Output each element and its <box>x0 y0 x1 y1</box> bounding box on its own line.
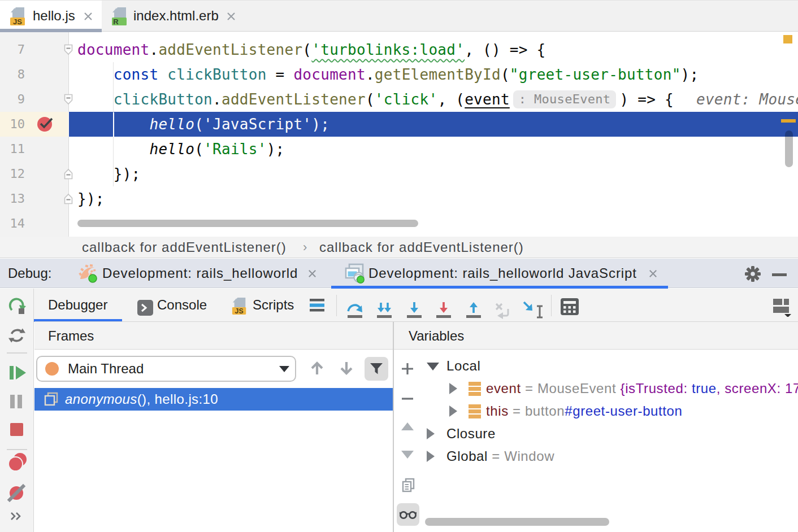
view-breakpoints-icon[interactable] <box>9 453 27 471</box>
run-to-cursor-icon[interactable] <box>522 300 545 321</box>
variables-tree-row[interactable]: this = button#greet-user-button <box>394 400 798 422</box>
svg-text:JS: JS <box>235 307 244 315</box>
frames-panel: Main Thread anonymous(), <box>34 350 393 532</box>
previous-frame-icon[interactable] <box>309 360 325 376</box>
hide-frames-filter-button[interactable] <box>365 357 388 381</box>
variable-label: Local <box>446 355 480 377</box>
code-line-7: document.addEventListener('turbolinks:lo… <box>77 37 546 62</box>
resume-icon[interactable] <box>10 366 27 380</box>
scripts-js-icon: JS <box>231 297 248 315</box>
stop-icon[interactable] <box>10 423 23 436</box>
step-out-icon[interactable] <box>463 300 484 321</box>
variables-tree-row[interactable]: Global = Window <box>394 445 798 468</box>
variables-tree-row[interactable]: event = MouseEvent {isTrusted: true, scr… <box>394 377 798 400</box>
layout-settings-icon[interactable] <box>773 299 792 317</box>
breadcrumb-item[interactable]: callback for addEventListener() <box>82 237 287 258</box>
breakpoint-icon[interactable] <box>37 116 54 132</box>
code-line-13: }); <box>77 186 105 211</box>
variables-horizontal-scrollbar[interactable] <box>425 518 609 526</box>
debugger-inline-value: event: MouseEvent <box>696 87 798 112</box>
js-debug-icon <box>345 263 365 284</box>
evaluate-expression-icon[interactable] <box>560 298 579 315</box>
fold-marker-up[interactable] <box>63 193 73 205</box>
frame-description: anonymous(), hello.js:10 <box>65 388 218 411</box>
svg-text:R: R <box>113 18 119 26</box>
next-frame-icon[interactable] <box>339 360 354 376</box>
js-file-icon: JS <box>9 7 27 26</box>
tree-collapsed-icon[interactable] <box>427 428 435 439</box>
variables-tree-row[interactable]: Local <box>394 355 798 377</box>
step-over-icon[interactable] <box>345 300 365 321</box>
code-editor[interactable]: 7891011121314 document.addEventListener(… <box>0 32 798 237</box>
variable-label: event = MouseEvent {isTrusted: true, scr… <box>486 377 798 400</box>
panel-headers: Frames Variables <box>34 322 798 350</box>
code-line-9: clickButton.addEventListener('click', (e… <box>77 87 674 112</box>
mute-breakpoints-icon[interactable] <box>7 483 27 503</box>
tree-collapsed-icon[interactable] <box>427 451 435 462</box>
tab-hello-js[interactable]: JS hello.js <box>0 1 102 32</box>
toolbar-separator <box>336 295 337 316</box>
code-line-10: hello('JavaScript'); <box>77 112 329 137</box>
variable-label: this = button#greet-user-button <box>486 400 682 422</box>
active-debug-tab-underline <box>331 286 668 289</box>
frames-header: Frames <box>48 322 94 350</box>
tab-scripts[interactable]: Scripts <box>253 289 294 322</box>
reset-frame-icon[interactable] <box>8 326 26 345</box>
inspection-status-marker[interactable] <box>783 35 792 43</box>
code-line-11: hello('Rails'); <box>77 137 285 162</box>
thread-selector-value: Main Thread <box>68 357 144 381</box>
variable-icon <box>469 403 481 419</box>
fold-marker-up[interactable] <box>63 168 73 180</box>
tree-collapsed-icon[interactable] <box>449 383 457 394</box>
chevron-down-icon <box>279 366 289 372</box>
editor-horizontal-scrollbar[interactable] <box>77 220 418 227</box>
debug-tab-javascript[interactable]: Development: rails_helloworld JavaScript <box>368 259 637 288</box>
tab-label: hello.js <box>33 1 75 31</box>
tab-console[interactable]: Console <box>157 289 207 322</box>
close-icon[interactable] <box>307 268 318 279</box>
view-options-icon[interactable] <box>310 299 324 312</box>
tree-expanded-icon[interactable] <box>427 363 439 370</box>
breadcrumb-item[interactable]: callback for addEventListener() <box>319 237 524 258</box>
code-line-12: }); <box>77 162 141 186</box>
pause-icon[interactable] <box>10 395 23 408</box>
variables-panel: Localevent = MouseEvent {isTrusted: true… <box>394 350 798 532</box>
line-number: 12 <box>0 162 25 186</box>
thread-selector[interactable]: Main Thread <box>36 356 296 382</box>
tab-label: index.html.erb <box>133 1 219 31</box>
debug-left-toolbar <box>0 289 34 532</box>
step-into-icon[interactable] <box>404 300 424 321</box>
editor-vertical-scrollbar[interactable] <box>785 130 793 167</box>
tree-collapsed-icon[interactable] <box>449 405 457 417</box>
drop-frame-icon[interactable] <box>492 300 513 321</box>
gutter-border <box>68 137 69 237</box>
variable-label: Global = Window <box>446 445 554 468</box>
tab-index-html-erb[interactable]: R index.html.erb <box>102 1 249 32</box>
variable-icon <box>469 381 481 396</box>
breadcrumb: callback for addEventListener() › callba… <box>0 237 798 258</box>
gear-icon[interactable] <box>745 266 761 282</box>
tab-debugger[interactable]: Debugger <box>48 289 107 322</box>
minimize-icon[interactable] <box>772 273 787 277</box>
show-watches-icon[interactable] <box>397 503 419 526</box>
close-icon[interactable] <box>83 11 94 22</box>
breakpoint-stripe-marker[interactable] <box>781 119 796 123</box>
fold-marker-down[interactable] <box>63 93 73 106</box>
rerun-icon[interactable] <box>8 297 26 315</box>
toolbar-separator <box>551 295 552 316</box>
rails-run-icon <box>79 264 98 283</box>
variables-tree-row[interactable]: Closure <box>394 422 798 445</box>
line-number: 10 <box>0 112 25 137</box>
frame-row[interactable]: anonymous(), hello.js:10 <box>34 388 393 411</box>
more-actions-icon[interactable] <box>10 511 23 521</box>
close-icon[interactable] <box>648 268 658 279</box>
close-icon[interactable] <box>225 11 237 22</box>
step-into-all-icon[interactable] <box>374 300 394 321</box>
copy-icon[interactable] <box>401 478 416 492</box>
debug-tab-rails[interactable]: Development: rails_helloworld <box>102 259 298 288</box>
force-step-into-icon[interactable] <box>433 300 454 321</box>
stack-frame-icon <box>44 392 59 407</box>
fold-marker-down[interactable] <box>63 43 73 56</box>
editor-tab-bar: JS hello.js R index.html.erb <box>0 0 798 32</box>
line-number: 8 <box>0 62 25 87</box>
